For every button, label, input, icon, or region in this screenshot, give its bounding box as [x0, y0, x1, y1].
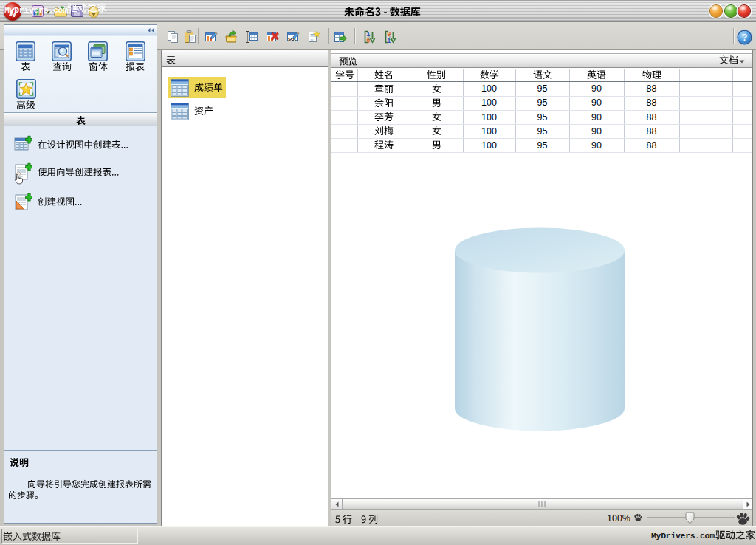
- svg-text:9: 9: [367, 37, 371, 44]
- svg-text:1: 1: [388, 37, 391, 44]
